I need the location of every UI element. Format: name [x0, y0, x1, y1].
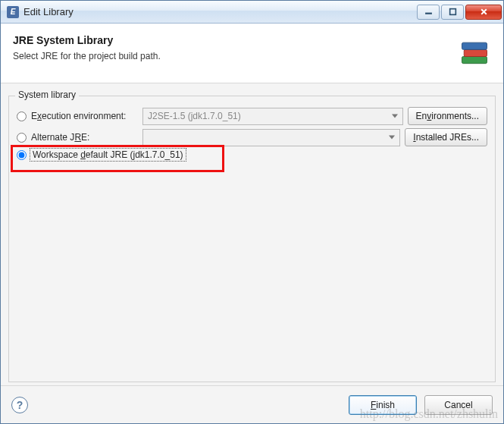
library-icon — [458, 36, 491, 69]
maximize-button[interactable] — [441, 5, 464, 20]
svg-rect-4 — [462, 57, 487, 64]
exec-env-value: J2SE-1.5 (jdk1.7.0_51) — [148, 111, 241, 121]
help-icon[interactable]: ? — [11, 397, 28, 413]
workspace-jre-row: Workspace default JRE (jdk1.7.0_51) — [17, 149, 487, 160]
minimize-button[interactable] — [417, 5, 440, 20]
environments-button[interactable]: Environments... — [408, 107, 487, 125]
svg-rect-1 — [449, 9, 455, 15]
exec-env-radio-wrap[interactable]: Execution environment: — [17, 111, 138, 121]
page-title: JRE System Library — [13, 34, 450, 46]
app-icon: E — [7, 6, 19, 18]
window-buttons — [417, 5, 502, 20]
finish-button[interactable]: Finish — [349, 395, 417, 415]
group-label: System library — [15, 90, 79, 100]
minimize-icon — [424, 8, 433, 16]
workspace-jre-label[interactable]: Workspace default JRE (jdk1.7.0_51) — [31, 149, 185, 160]
header-text: JRE System Library Select JRE for the pr… — [13, 34, 450, 61]
window-title: Edit Library — [23, 6, 417, 17]
system-library-group: System library Execution environment: J2… — [8, 96, 496, 382]
dialog-window: E Edit Library JRE System Library Select… — [0, 0, 504, 424]
page-description: Select JRE for the project build path. — [13, 51, 450, 61]
exec-env-label[interactable]: Execution environment: — [31, 111, 126, 121]
alt-jre-radio[interactable] — [17, 133, 27, 143]
close-icon — [480, 8, 488, 16]
footer: ? Finish Cancel — [1, 385, 503, 423]
workspace-jre-radio-wrap[interactable]: Workspace default JRE (jdk1.7.0_51) — [17, 149, 185, 160]
alt-jre-row: Alternate JRE: Installed JREs... — [17, 128, 487, 146]
alt-jre-combo[interactable] — [142, 129, 400, 146]
alt-jre-label[interactable]: Alternate JRE: — [31, 132, 89, 143]
titlebar[interactable]: E Edit Library — [1, 1, 503, 24]
workspace-jre-radio[interactable] — [17, 150, 27, 160]
close-button[interactable] — [465, 5, 502, 20]
svg-rect-5 — [464, 49, 487, 56]
header-area: JRE System Library Select JRE for the pr… — [1, 24, 503, 83]
cancel-button[interactable]: Cancel — [424, 395, 493, 415]
exec-env-row: Execution environment: J2SE-1.5 (jdk1.7.… — [17, 107, 487, 125]
installed-jres-button[interactable]: Installed JREs... — [405, 128, 487, 146]
content-area: System library Execution environment: J2… — [1, 83, 503, 385]
maximize-icon — [449, 8, 457, 16]
svg-rect-6 — [462, 42, 487, 49]
exec-env-combo[interactable]: J2SE-1.5 (jdk1.7.0_51) — [142, 108, 403, 125]
exec-env-radio[interactable] — [17, 111, 27, 121]
alt-jre-radio-wrap[interactable]: Alternate JRE: — [17, 132, 138, 143]
